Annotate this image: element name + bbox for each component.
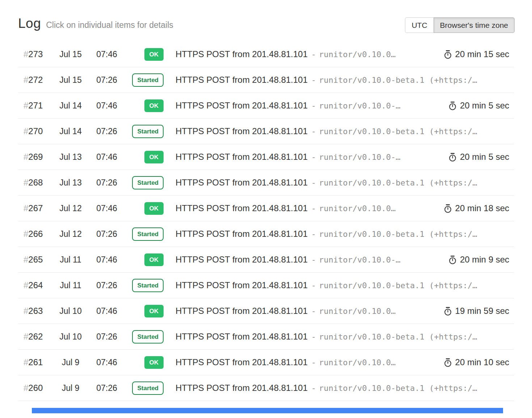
hash-prefix: # — [24, 152, 28, 162]
stopwatch-icon — [443, 358, 452, 367]
status-badge: Started — [132, 330, 164, 344]
event-duration: 20 min 5 sec — [444, 152, 514, 162]
status-badge-cell: Started — [125, 73, 164, 87]
stopwatch-icon — [448, 153, 457, 162]
event-date: Jul 10 — [52, 332, 89, 342]
event-time: 07:46 — [89, 152, 125, 162]
status-badge-cell: OK — [125, 356, 164, 369]
check-number-value: 260 — [28, 383, 43, 393]
event-time: 07:26 — [89, 127, 125, 136]
status-badge-cell: Started — [125, 227, 164, 241]
utc-button[interactable]: UTC — [405, 17, 433, 33]
check-number-value: 272 — [28, 75, 43, 85]
log-row[interactable]: #265 Jul 11 07:46 OK HTTPS POST from 201… — [18, 247, 514, 273]
log-row[interactable]: #271 Jul 14 07:46 OK HTTPS POST from 201… — [18, 93, 514, 119]
log-row[interactable]: #266 Jul 12 07:26 Started HTTPS POST fro… — [18, 221, 514, 247]
log-row[interactable]: #260 Jul 9 07:26 Started HTTPS POST from… — [18, 375, 514, 401]
status-badge: Started — [132, 73, 164, 87]
event-description: HTTPS POST from 201.48.81.101-runitor/v0… — [164, 229, 514, 239]
event-duration: 19 min 59 sec — [440, 306, 514, 316]
user-agent-text: runitor/v0.10.0… — [319, 204, 396, 213]
event-time: 07:46 — [89, 358, 125, 367]
check-number: #262 — [18, 332, 52, 342]
log-row[interactable]: #267 Jul 12 07:46 OK HTTPS POST from 201… — [18, 196, 514, 221]
check-number: #268 — [18, 178, 52, 188]
event-date: Jul 14 — [52, 127, 89, 136]
event-date: Jul 13 — [52, 152, 89, 162]
hash-prefix: # — [24, 229, 28, 239]
check-number: #267 — [18, 203, 52, 213]
event-description: HTTPS POST from 201.48.81.101-runitor/v0… — [164, 280, 514, 290]
stopwatch-icon — [448, 101, 457, 110]
stopwatch-icon — [443, 307, 452, 316]
log-row[interactable]: #273 Jul 15 07:46 OK HTTPS POST from 201… — [18, 42, 514, 67]
status-badge: Started — [132, 381, 164, 395]
status-badge: Started — [132, 176, 164, 189]
request-summary: HTTPS POST from 201.48.81.101 — [176, 357, 308, 367]
log-row[interactable]: #264 Jul 11 07:26 Started HTTPS POST fro… — [18, 273, 514, 298]
user-agent-text: runitor/v0.10.0-beta.1 (+https:/… — [319, 281, 477, 290]
hash-prefix: # — [24, 203, 28, 213]
duration-text: 20 min 15 sec — [455, 49, 509, 59]
user-agent-text: runitor/v0.10.0-beta.1 (+https:/… — [319, 384, 477, 393]
status-badge: Started — [132, 279, 164, 292]
separator-dash: - — [311, 255, 316, 264]
check-number: #273 — [18, 49, 52, 59]
bottom-blue-bar — [32, 408, 503, 413]
event-time: 07:26 — [89, 281, 125, 290]
event-date: Jul 14 — [52, 101, 89, 111]
log-row[interactable]: #270 Jul 14 07:26 Started HTTPS POST fro… — [18, 119, 514, 144]
separator-dash: - — [311, 127, 316, 136]
request-summary: HTTPS POST from 201.48.81.101 — [176, 255, 308, 264]
hash-prefix: # — [24, 101, 28, 110]
event-time: 07:46 — [89, 306, 125, 316]
log-row[interactable]: #261 Jul 9 07:46 OK HTTPS POST from 201.… — [18, 350, 514, 375]
log-row[interactable]: #269 Jul 13 07:46 OK HTTPS POST from 201… — [18, 144, 514, 170]
event-duration: 20 min 5 sec — [444, 101, 514, 111]
page-title: Log — [18, 16, 41, 31]
request-summary: HTTPS POST from 201.48.81.101 — [176, 332, 308, 341]
check-number-value: 264 — [28, 280, 43, 290]
user-agent-text: runitor/v0.10.0-beta.1 (+https:/… — [319, 178, 477, 187]
log-row[interactable]: #272 Jul 15 07:26 Started HTTPS POST fro… — [18, 67, 514, 93]
event-description: HTTPS POST from 201.48.81.101-runitor/v0… — [164, 383, 514, 393]
hash-prefix: # — [24, 126, 28, 136]
check-number-value: 266 — [28, 229, 43, 239]
status-badge-cell: OK — [125, 151, 164, 163]
request-summary: HTTPS POST from 201.48.81.101 — [176, 49, 308, 59]
event-description: HTTPS POST from 201.48.81.101-runitor/v0… — [164, 357, 440, 367]
event-time: 07:26 — [89, 178, 125, 188]
hash-prefix: # — [24, 383, 28, 393]
check-number: #270 — [18, 126, 52, 136]
request-summary: HTTPS POST from 201.48.81.101 — [176, 126, 308, 136]
check-number-value: 267 — [28, 203, 43, 213]
hash-prefix: # — [24, 357, 28, 367]
event-date: Jul 11 — [52, 281, 89, 290]
request-summary: HTTPS POST from 201.48.81.101 — [176, 178, 308, 187]
separator-dash: - — [311, 384, 316, 393]
check-number-value: 269 — [28, 152, 43, 162]
browser-timezone-button[interactable]: Browser's time zone — [434, 17, 515, 33]
log-row[interactable]: #262 Jul 10 07:26 Started HTTPS POST fro… — [18, 324, 514, 350]
event-date: Jul 9 — [52, 358, 89, 367]
hash-prefix: # — [24, 75, 28, 85]
event-date: Jul 15 — [52, 50, 89, 59]
user-agent-text: runitor/v0.10.0-beta.1 (+https:/… — [319, 76, 477, 85]
event-time: 07:26 — [89, 383, 125, 393]
title-block: Log Click on individual items for detail… — [18, 16, 173, 31]
hash-prefix: # — [24, 255, 28, 264]
status-badge: OK — [144, 305, 164, 317]
check-number-value: 263 — [28, 306, 43, 316]
request-summary: HTTPS POST from 201.48.81.101 — [176, 280, 308, 290]
event-description: HTTPS POST from 201.48.81.101-runitor/v0… — [164, 255, 444, 265]
check-number: #266 — [18, 229, 52, 239]
duration-text: 20 min 18 sec — [455, 203, 509, 213]
request-summary: HTTPS POST from 201.48.81.101 — [176, 152, 308, 162]
log-row[interactable]: #268 Jul 13 07:26 Started HTTPS POST fro… — [18, 170, 514, 196]
user-agent-text: runitor/v0.10.0-beta.1 (+https:/… — [319, 230, 477, 239]
status-badge-cell: Started — [125, 125, 164, 138]
event-description: HTTPS POST from 201.48.81.101-runitor/v0… — [164, 203, 440, 213]
status-badge-cell: Started — [125, 330, 164, 344]
event-duration: 20 min 10 sec — [440, 357, 514, 367]
log-row[interactable]: #263 Jul 10 07:46 OK HTTPS POST from 201… — [18, 298, 514, 324]
